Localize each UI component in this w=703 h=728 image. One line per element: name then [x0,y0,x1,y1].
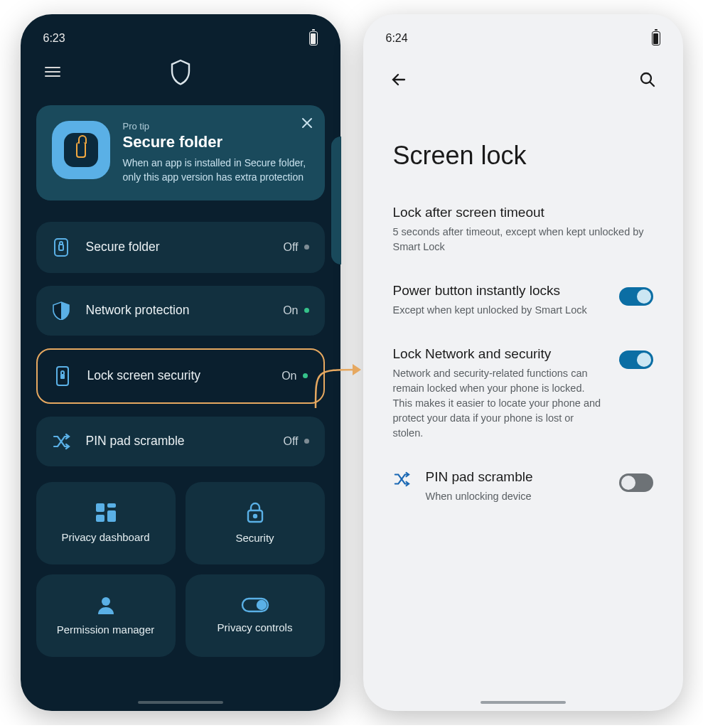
row-lock-after-timeout[interactable]: Lock after screen timeout 5 seconds afte… [372,205,675,283]
lock-icon [76,142,86,158]
item-pin-scramble[interactable]: PIN pad scramble Off [36,417,325,466]
item-lock-screen-security[interactable]: Lock screen security On [36,348,325,404]
settings-list: Secure folder Off Network protection On … [36,222,325,466]
phone-screen-lock-settings: 6:24 Screen lock Lock after screen timeo… [363,14,683,711]
svg-rect-4 [96,503,104,512]
row-subtitle: Except when kept unlocked by Smart Lock [393,303,605,318]
person-icon [96,595,116,615]
row-title: Lock after screen timeout [393,205,653,220]
toggle-switch[interactable] [619,287,653,306]
app-header [372,51,675,98]
home-indicator[interactable] [481,701,566,704]
toggle-switch[interactable] [619,350,653,369]
row-title: Power button instantly locks [393,283,605,299]
app-header [29,51,332,87]
protip-label: Pro tip [123,121,309,132]
item-label: Secure folder [86,240,268,255]
item-label: PIN pad scramble [86,434,268,449]
svg-rect-6 [107,510,116,522]
shuffle-icon [393,469,412,491]
clock: 6:23 [43,32,65,45]
protip-card[interactable]: Pro tip Secure folder When an app is ins… [36,105,325,200]
tile-permission-manager[interactable]: Permission manager [36,574,176,657]
item-status: Off [283,241,308,254]
toggle-switch[interactable] [619,473,653,492]
shuffle-icon [52,432,70,451]
protip-icon [52,121,110,179]
item-status: On [283,304,308,317]
svg-rect-7 [96,515,104,522]
status-dot-icon [304,308,309,313]
tile-security[interactable]: Security [186,482,325,564]
item-label: Network protection [86,303,268,318]
row-lock-network-security[interactable]: Lock Network and security Network and se… [372,346,675,469]
folder-lock-icon [52,237,70,257]
status-dot-icon [303,373,308,378]
home-indicator[interactable] [138,701,223,704]
svg-rect-3 [60,374,65,379]
row-subtitle: 5 seconds after timeout, except when kep… [393,225,653,255]
status-bar: 6:24 [372,23,675,51]
row-pin-scramble[interactable]: PIN pad scramble When unlocking device [372,469,675,532]
item-status: Off [283,435,308,448]
svg-rect-5 [107,503,116,508]
item-status: On [281,370,307,382]
network-shield-icon [52,301,70,320]
item-secure-folder[interactable]: Secure folder Off [36,222,325,273]
tile-label: Permission manager [57,623,155,636]
svg-point-9 [254,515,257,518]
item-network-protection[interactable]: Network protection On [36,286,325,336]
tile-privacy-dashboard[interactable]: Privacy dashboard [36,482,176,564]
protip-title: Secure folder [123,133,309,151]
tile-label: Privacy dashboard [61,531,149,543]
toggle-icon [241,597,269,613]
item-label: Lock screen security [87,368,267,383]
page-title: Screen lock [372,98,675,205]
status-dot-icon [304,439,309,444]
search-icon[interactable] [639,71,656,91]
clock: 6:24 [386,32,408,45]
row-subtitle: When unlocking device [426,489,605,504]
tile-label: Security [235,532,274,544]
svg-point-12 [257,601,266,609]
phone-lock-icon [53,365,72,387]
back-icon[interactable] [390,71,407,91]
shield-icon [169,58,192,85]
menu-icon[interactable] [45,64,60,80]
lock-icon [246,502,264,523]
quick-tiles: Privacy dashboard Security Permission ma… [36,482,325,657]
status-bar: 6:23 [29,23,332,51]
row-power-button-locks[interactable]: Power button instantly locks Except when… [372,283,675,346]
row-subtitle: Network and security-related functions c… [393,366,605,441]
close-icon[interactable] [301,117,313,132]
phone-security-app: 6:23 Pro tip Secure folder When an app i… [21,14,340,711]
svg-rect-1 [59,245,63,250]
next-card-peek[interactable] [331,136,341,264]
row-title: PIN pad scramble [426,469,605,485]
battery-icon [652,31,660,46]
tile-privacy-controls[interactable]: Privacy controls [186,574,325,657]
dashboard-icon [95,503,117,523]
protip-desc: When an app is installed in Secure folde… [123,156,309,185]
svg-point-10 [102,597,110,606]
tile-label: Privacy controls [218,621,293,633]
status-dot-icon [304,245,309,250]
battery-icon [309,31,318,46]
row-title: Lock Network and security [393,346,605,362]
